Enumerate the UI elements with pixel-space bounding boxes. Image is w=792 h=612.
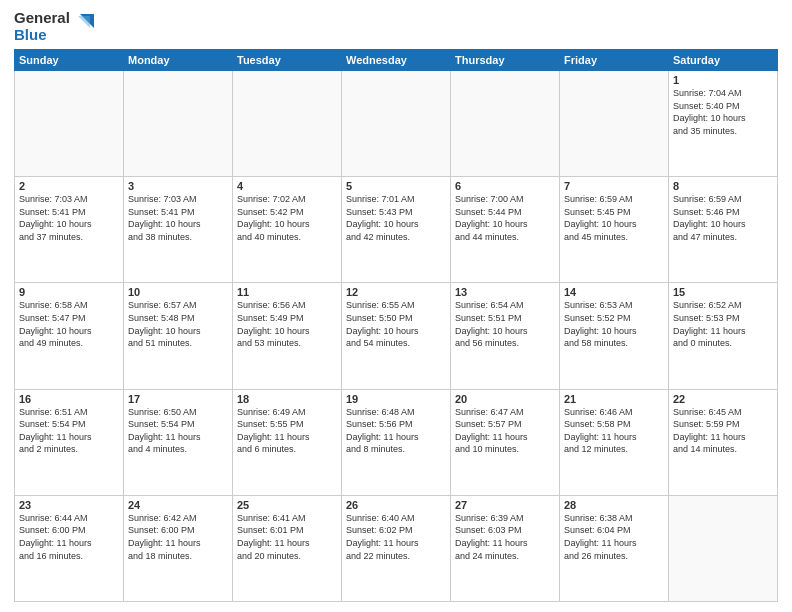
day-number: 22 — [673, 393, 773, 405]
week-row-4: 23Sunrise: 6:44 AM Sunset: 6:00 PM Dayli… — [15, 495, 778, 601]
logo-area: General Blue — [14, 10, 94, 43]
day-info: Sunrise: 7:03 AM Sunset: 5:41 PM Dayligh… — [128, 193, 228, 243]
day-number: 11 — [237, 286, 337, 298]
calendar-cell: 15Sunrise: 6:52 AM Sunset: 5:53 PM Dayli… — [669, 283, 778, 389]
day-number: 24 — [128, 499, 228, 511]
calendar-cell: 25Sunrise: 6:41 AM Sunset: 6:01 PM Dayli… — [233, 495, 342, 601]
calendar-cell — [560, 71, 669, 177]
day-info: Sunrise: 7:02 AM Sunset: 5:42 PM Dayligh… — [237, 193, 337, 243]
day-info: Sunrise: 6:55 AM Sunset: 5:50 PM Dayligh… — [346, 299, 446, 349]
day-number: 18 — [237, 393, 337, 405]
calendar-cell: 10Sunrise: 6:57 AM Sunset: 5:48 PM Dayli… — [124, 283, 233, 389]
day-info: Sunrise: 6:53 AM Sunset: 5:52 PM Dayligh… — [564, 299, 664, 349]
calendar-cell: 9Sunrise: 6:58 AM Sunset: 5:47 PM Daylig… — [15, 283, 124, 389]
weekday-header-row: SundayMondayTuesdayWednesdayThursdayFrid… — [15, 50, 778, 71]
calendar-cell — [669, 495, 778, 601]
day-info: Sunrise: 6:47 AM Sunset: 5:57 PM Dayligh… — [455, 406, 555, 456]
day-number: 19 — [346, 393, 446, 405]
calendar-cell: 6Sunrise: 7:00 AM Sunset: 5:44 PM Daylig… — [451, 177, 560, 283]
header: General Blue — [14, 10, 778, 43]
day-number: 25 — [237, 499, 337, 511]
calendar-cell: 26Sunrise: 6:40 AM Sunset: 6:02 PM Dayli… — [342, 495, 451, 601]
weekday-header-saturday: Saturday — [669, 50, 778, 71]
day-info: Sunrise: 6:59 AM Sunset: 5:45 PM Dayligh… — [564, 193, 664, 243]
calendar-cell — [15, 71, 124, 177]
day-info: Sunrise: 6:52 AM Sunset: 5:53 PM Dayligh… — [673, 299, 773, 349]
day-info: Sunrise: 6:56 AM Sunset: 5:49 PM Dayligh… — [237, 299, 337, 349]
calendar-cell: 4Sunrise: 7:02 AM Sunset: 5:42 PM Daylig… — [233, 177, 342, 283]
calendar-cell: 7Sunrise: 6:59 AM Sunset: 5:45 PM Daylig… — [560, 177, 669, 283]
day-info: Sunrise: 6:54 AM Sunset: 5:51 PM Dayligh… — [455, 299, 555, 349]
day-number: 10 — [128, 286, 228, 298]
day-info: Sunrise: 6:41 AM Sunset: 6:01 PM Dayligh… — [237, 512, 337, 562]
day-number: 15 — [673, 286, 773, 298]
day-number: 13 — [455, 286, 555, 298]
day-info: Sunrise: 6:39 AM Sunset: 6:03 PM Dayligh… — [455, 512, 555, 562]
day-info: Sunrise: 6:46 AM Sunset: 5:58 PM Dayligh… — [564, 406, 664, 456]
day-number: 9 — [19, 286, 119, 298]
day-number: 14 — [564, 286, 664, 298]
day-info: Sunrise: 6:58 AM Sunset: 5:47 PM Dayligh… — [19, 299, 119, 349]
day-number: 2 — [19, 180, 119, 192]
day-number: 21 — [564, 393, 664, 405]
day-info: Sunrise: 6:49 AM Sunset: 5:55 PM Dayligh… — [237, 406, 337, 456]
weekday-header-monday: Monday — [124, 50, 233, 71]
page: General Blue SundayMondayTuesdayWednesda… — [0, 0, 792, 612]
day-info: Sunrise: 6:59 AM Sunset: 5:46 PM Dayligh… — [673, 193, 773, 243]
day-number: 7 — [564, 180, 664, 192]
calendar-cell: 16Sunrise: 6:51 AM Sunset: 5:54 PM Dayli… — [15, 389, 124, 495]
day-number: 1 — [673, 74, 773, 86]
calendar-cell: 24Sunrise: 6:42 AM Sunset: 6:00 PM Dayli… — [124, 495, 233, 601]
weekday-header-tuesday: Tuesday — [233, 50, 342, 71]
calendar-cell: 5Sunrise: 7:01 AM Sunset: 5:43 PM Daylig… — [342, 177, 451, 283]
week-row-0: 1Sunrise: 7:04 AM Sunset: 5:40 PM Daylig… — [15, 71, 778, 177]
calendar-cell: 13Sunrise: 6:54 AM Sunset: 5:51 PM Dayli… — [451, 283, 560, 389]
week-row-3: 16Sunrise: 6:51 AM Sunset: 5:54 PM Dayli… — [15, 389, 778, 495]
calendar-cell — [124, 71, 233, 177]
logo-blue: Blue — [14, 27, 70, 44]
day-number: 26 — [346, 499, 446, 511]
calendar-cell — [451, 71, 560, 177]
logo-general: General — [14, 10, 70, 27]
calendar-cell: 28Sunrise: 6:38 AM Sunset: 6:04 PM Dayli… — [560, 495, 669, 601]
day-number: 12 — [346, 286, 446, 298]
day-info: Sunrise: 6:40 AM Sunset: 6:02 PM Dayligh… — [346, 512, 446, 562]
calendar-cell — [342, 71, 451, 177]
calendar-cell: 2Sunrise: 7:03 AM Sunset: 5:41 PM Daylig… — [15, 177, 124, 283]
calendar-cell — [233, 71, 342, 177]
day-info: Sunrise: 6:42 AM Sunset: 6:00 PM Dayligh… — [128, 512, 228, 562]
day-number: 20 — [455, 393, 555, 405]
calendar-cell: 1Sunrise: 7:04 AM Sunset: 5:40 PM Daylig… — [669, 71, 778, 177]
day-info: Sunrise: 6:51 AM Sunset: 5:54 PM Dayligh… — [19, 406, 119, 456]
calendar-table: SundayMondayTuesdayWednesdayThursdayFrid… — [14, 49, 778, 602]
day-number: 23 — [19, 499, 119, 511]
calendar-cell: 18Sunrise: 6:49 AM Sunset: 5:55 PM Dayli… — [233, 389, 342, 495]
calendar-cell: 21Sunrise: 6:46 AM Sunset: 5:58 PM Dayli… — [560, 389, 669, 495]
day-number: 6 — [455, 180, 555, 192]
calendar-cell: 19Sunrise: 6:48 AM Sunset: 5:56 PM Dayli… — [342, 389, 451, 495]
day-number: 8 — [673, 180, 773, 192]
week-row-2: 9Sunrise: 6:58 AM Sunset: 5:47 PM Daylig… — [15, 283, 778, 389]
weekday-header-thursday: Thursday — [451, 50, 560, 71]
day-number: 4 — [237, 180, 337, 192]
day-info: Sunrise: 7:00 AM Sunset: 5:44 PM Dayligh… — [455, 193, 555, 243]
day-number: 3 — [128, 180, 228, 192]
day-info: Sunrise: 7:03 AM Sunset: 5:41 PM Dayligh… — [19, 193, 119, 243]
day-info: Sunrise: 6:44 AM Sunset: 6:00 PM Dayligh… — [19, 512, 119, 562]
day-info: Sunrise: 6:48 AM Sunset: 5:56 PM Dayligh… — [346, 406, 446, 456]
svg-marker-1 — [78, 16, 90, 28]
logo-icon — [72, 14, 94, 36]
calendar-cell: 12Sunrise: 6:55 AM Sunset: 5:50 PM Dayli… — [342, 283, 451, 389]
weekday-header-sunday: Sunday — [15, 50, 124, 71]
calendar-cell: 14Sunrise: 6:53 AM Sunset: 5:52 PM Dayli… — [560, 283, 669, 389]
day-number: 27 — [455, 499, 555, 511]
calendar-cell: 23Sunrise: 6:44 AM Sunset: 6:00 PM Dayli… — [15, 495, 124, 601]
day-info: Sunrise: 6:57 AM Sunset: 5:48 PM Dayligh… — [128, 299, 228, 349]
calendar-cell: 3Sunrise: 7:03 AM Sunset: 5:41 PM Daylig… — [124, 177, 233, 283]
calendar-cell: 22Sunrise: 6:45 AM Sunset: 5:59 PM Dayli… — [669, 389, 778, 495]
calendar-cell: 27Sunrise: 6:39 AM Sunset: 6:03 PM Dayli… — [451, 495, 560, 601]
logo: General Blue — [14, 10, 94, 43]
calendar-cell: 20Sunrise: 6:47 AM Sunset: 5:57 PM Dayli… — [451, 389, 560, 495]
day-number: 5 — [346, 180, 446, 192]
week-row-1: 2Sunrise: 7:03 AM Sunset: 5:41 PM Daylig… — [15, 177, 778, 283]
